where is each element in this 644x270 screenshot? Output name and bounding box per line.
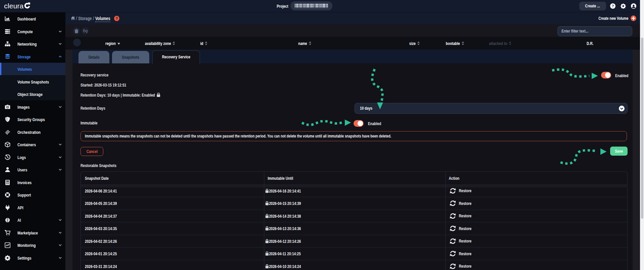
svg-text:?: ? (115, 16, 118, 20)
svg-text:?: ? (612, 4, 614, 8)
